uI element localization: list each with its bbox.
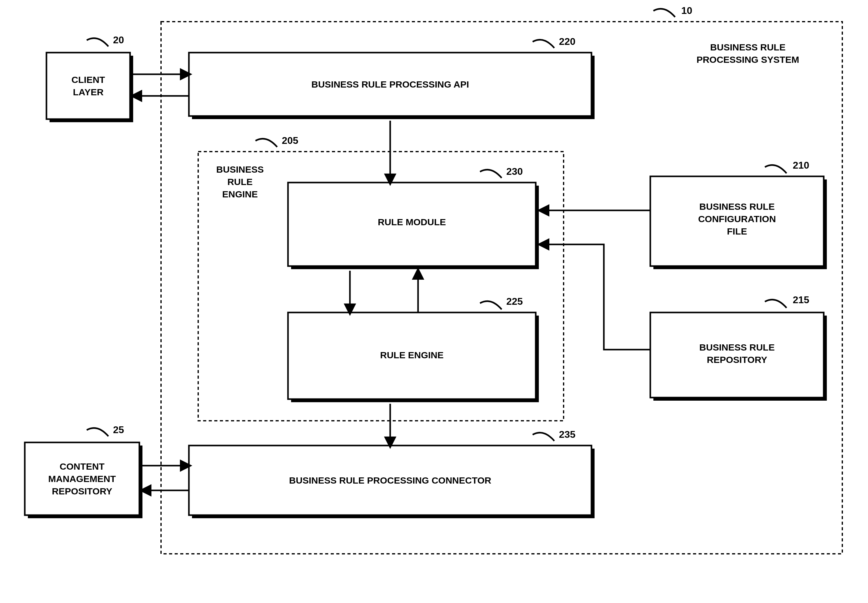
config-file-line3: FILE (727, 226, 747, 237)
engine-container-line1: BUSINESS (216, 164, 264, 175)
system-title-line2: PROCESSING SYSTEM (696, 54, 799, 65)
leader-235 (533, 433, 554, 441)
leader-10 (653, 9, 675, 17)
repository-number: 215 (793, 294, 809, 305)
client-layer-box (46, 53, 130, 119)
system-title-line1: BUSINESS RULE (710, 42, 785, 52)
client-layer-line1: CLIENT (71, 74, 105, 85)
config-file-line1: BUSINESS RULE (699, 201, 775, 212)
connector-number: 235 (559, 429, 575, 440)
leader-20 (87, 38, 108, 46)
api-text: BUSINESS RULE PROCESSING API (312, 79, 469, 90)
engine-container-line3: ENGINE (222, 189, 258, 199)
api-number: 220 (559, 36, 575, 47)
repository-line1: BUSINESS RULE (699, 342, 775, 353)
engine-container-number: 205 (282, 135, 298, 146)
leader-225 (480, 301, 502, 309)
rule-module-number: 230 (506, 166, 523, 177)
cm-repo-number: 25 (113, 424, 124, 435)
cm-repo-line2: MANAGEMENT (48, 474, 116, 484)
leader-205 (256, 139, 277, 147)
client-layer-line2: LAYER (73, 87, 104, 97)
leader-25 (87, 428, 108, 436)
config-file-line2: CONFIGURATION (698, 214, 776, 224)
cm-repo-line1: CONTENT (60, 461, 105, 472)
config-file-number: 210 (793, 160, 809, 171)
leader-210 (765, 165, 787, 173)
cm-repo-line3: REPOSITORY (52, 486, 112, 496)
leader-220 (533, 40, 554, 48)
rule-engine-text: RULE ENGINE (380, 350, 443, 360)
rule-module-text: RULE MODULE (378, 217, 446, 227)
engine-container-line2: RULE (227, 177, 253, 187)
system-label-number: 10 (681, 5, 693, 16)
connector-text: BUSINESS RULE PROCESSING CONNECTOR (289, 475, 491, 485)
rule-engine-number: 225 (506, 296, 523, 307)
client-layer-number: 20 (113, 34, 124, 45)
diagram-canvas: 10 BUSINESS RULE PROCESSING SYSTEM CLIEN… (0, 0, 868, 603)
leader-230 (480, 170, 502, 178)
leader-215 (765, 300, 787, 308)
repository-line2: REPOSITORY (707, 354, 767, 365)
